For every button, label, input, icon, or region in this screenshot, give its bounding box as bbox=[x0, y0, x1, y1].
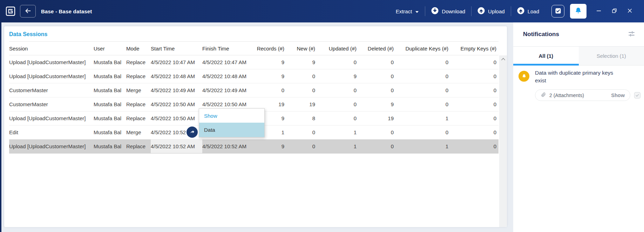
table-header-row: SessionUserModeStart TimeFinish TimeReco… bbox=[9, 41, 499, 55]
context-menu-header[interactable]: Show bbox=[199, 109, 264, 123]
column-header-empty_keys[interactable]: Empty Keys (#) bbox=[450, 46, 499, 52]
notifications-panel: Notifications All (1)Selection (1) Data … bbox=[513, 22, 644, 232]
table-row[interactable]: Upload [UploadCustomerMaster]Mustafa Bal… bbox=[9, 69, 499, 83]
upload-icon bbox=[477, 7, 485, 15]
cell-mode: Replace bbox=[126, 69, 151, 83]
column-header-start_time[interactable]: Start Time bbox=[151, 46, 202, 52]
cell-updated: 0 bbox=[317, 55, 359, 69]
cell-session: Upload [UploadCustomerMaster] bbox=[9, 55, 94, 69]
notifications-filter-button[interactable] bbox=[626, 29, 636, 39]
cell-empty_keys: 0 bbox=[450, 55, 499, 69]
cell-duplicate_keys: 0 bbox=[396, 83, 450, 97]
cell-new: 0 bbox=[286, 139, 317, 153]
column-header-session[interactable]: Session bbox=[9, 46, 94, 52]
tasks-checkbox-button[interactable] bbox=[551, 5, 564, 18]
cell-session: Edit bbox=[9, 125, 94, 139]
attachments-chip[interactable]: 2 (Attachments) Show bbox=[535, 89, 630, 101]
table-scrollbar[interactable] bbox=[499, 55, 507, 227]
share-arrow-icon bbox=[189, 129, 195, 136]
cell-records: 0 bbox=[255, 83, 286, 97]
cell-session: Upload [UploadCustomerMaster] bbox=[9, 69, 94, 83]
cell-new: 0 bbox=[286, 83, 317, 97]
cell-empty_keys: 0 bbox=[450, 83, 499, 97]
cell-mode: Merge bbox=[126, 125, 151, 139]
cell-updated: 9 bbox=[317, 69, 359, 83]
cell-session: Upload [UploadCustomerMaster] bbox=[9, 111, 94, 125]
attachments-show-button[interactable]: Show bbox=[611, 93, 625, 98]
cell-empty_keys: 0 bbox=[450, 125, 499, 139]
column-header-records[interactable]: Records (#) bbox=[255, 46, 286, 52]
cell-duplicate_keys: 0 bbox=[396, 97, 450, 111]
extract-menu-button[interactable]: Extract bbox=[390, 8, 425, 14]
active-tab-underline bbox=[513, 64, 579, 66]
cell-deleted: 0 bbox=[359, 139, 396, 153]
notifications-title: Notifications bbox=[523, 31, 559, 38]
cell-finish_time: 4/5/2022 10:49 AM bbox=[202, 83, 255, 97]
column-header-new[interactable]: New (#) bbox=[286, 46, 317, 52]
cell-records: 9 bbox=[255, 69, 286, 83]
table-row[interactable]: Upload [UploadCustomerMaster]Mustafa Bal… bbox=[9, 55, 499, 69]
minimize-icon bbox=[596, 8, 602, 15]
cell-duplicate_keys: 0 bbox=[396, 55, 450, 69]
column-header-duplicate_keys[interactable]: Duplicate Keys (#) bbox=[396, 46, 450, 52]
column-header-updated[interactable]: Updated (#) bbox=[317, 46, 359, 52]
cell-deleted: 0 bbox=[359, 55, 396, 69]
cell-deleted: 0 bbox=[359, 69, 396, 83]
download-button[interactable]: Download bbox=[425, 7, 471, 15]
tab-selection[interactable]: Selection (1) bbox=[579, 47, 644, 65]
panel-title: Data Sessions bbox=[9, 26, 47, 41]
load-icon bbox=[517, 7, 524, 15]
table-row[interactable]: Upload [UploadCustomerMaster]Mustafa Bal… bbox=[9, 139, 499, 153]
cell-deleted: 19 bbox=[359, 111, 396, 125]
cell-mode: Replace bbox=[126, 97, 151, 111]
close-button[interactable] bbox=[624, 6, 635, 16]
minimize-button[interactable] bbox=[594, 6, 604, 16]
cell-user: Mustafa Bal bbox=[94, 139, 126, 153]
cell-start_time: 4/5/2022 10:49 AM bbox=[151, 83, 202, 97]
arrow-left-icon bbox=[24, 7, 32, 16]
load-button[interactable]: Load bbox=[511, 7, 545, 15]
menu-item-data[interactable]: Data bbox=[199, 123, 264, 137]
titlebar: Base - Base dataset Extract Download bbox=[0, 0, 644, 22]
extract-label: Extract bbox=[396, 8, 412, 14]
notification-message: Data with duplicate primary keys exist bbox=[535, 69, 623, 84]
scroll-up-icon bbox=[499, 57, 507, 61]
cell-empty_keys: 0 bbox=[450, 111, 499, 125]
cell-start_time: 4/5/2022 10:47 AM bbox=[151, 55, 202, 69]
column-header-mode[interactable]: Mode bbox=[126, 46, 151, 52]
cell-user: Mustafa Bal bbox=[94, 97, 126, 111]
cell-new: 9 bbox=[286, 55, 317, 69]
notifications-header: Notifications bbox=[513, 22, 644, 47]
cell-start_time: 4/5/2022 10:50 AM bbox=[151, 111, 202, 125]
context-menu-items: Data bbox=[199, 123, 264, 137]
cell-empty_keys: 0 bbox=[450, 139, 499, 153]
back-button[interactable] bbox=[20, 5, 36, 18]
notifications-tabs: All (1)Selection (1) bbox=[513, 47, 644, 66]
table-body: Upload [UploadCustomerMaster]Mustafa Bal… bbox=[9, 55, 499, 153]
restore-button[interactable] bbox=[609, 6, 619, 16]
notifications-bell-button[interactable] bbox=[570, 4, 587, 19]
cell-empty_keys: 0 bbox=[450, 69, 499, 83]
cell-finish_time: 4/5/2022 10:47 AM bbox=[202, 55, 255, 69]
upload-label: Upload bbox=[488, 8, 505, 14]
column-header-deleted[interactable]: Deleted (#) bbox=[359, 46, 396, 52]
tab-all[interactable]: All (1) bbox=[513, 47, 579, 65]
upload-button[interactable]: Upload bbox=[472, 7, 511, 15]
cell-new: 0 bbox=[286, 125, 317, 139]
download-icon bbox=[431, 7, 439, 15]
table-row[interactable]: CustomerMasterMustafa BalMerge4/5/2022 1… bbox=[9, 83, 499, 97]
load-label: Load bbox=[528, 8, 539, 14]
cell-updated: 1 bbox=[317, 139, 359, 153]
context-menu: Show Data bbox=[199, 108, 265, 137]
cell-user: Mustafa Bal bbox=[94, 83, 126, 97]
bell-icon bbox=[574, 7, 582, 16]
column-header-user[interactable]: User bbox=[94, 46, 126, 52]
share-row-button[interactable] bbox=[187, 127, 198, 138]
notification-select-checkbox[interactable] bbox=[634, 92, 641, 99]
cell-user: Mustafa Bal bbox=[94, 69, 126, 83]
cell-finish_time: 4/5/2022 10:52 AM bbox=[202, 139, 255, 153]
column-header-finish_time[interactable]: Finish Time bbox=[202, 46, 255, 52]
cell-session: Upload [UploadCustomerMaster] bbox=[9, 139, 94, 153]
cell-start_time: 4/5/2022 10:52 AM bbox=[151, 139, 202, 153]
cell-user: Mustafa Bal bbox=[94, 111, 126, 125]
